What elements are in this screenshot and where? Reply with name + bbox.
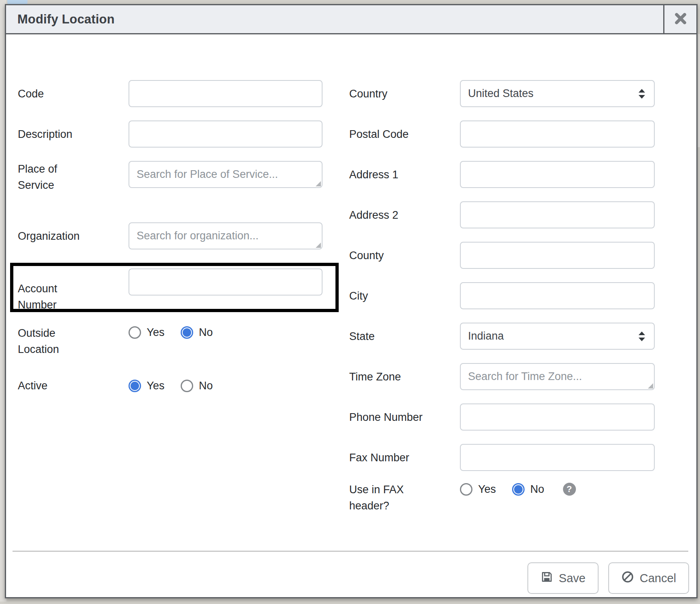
field-row-address-2: Address 2 — [349, 201, 673, 228]
organization-label: Organization — [18, 228, 91, 244]
address-2-input[interactable] — [460, 201, 655, 228]
dialog-header: Modify Location — [6, 5, 696, 34]
field-row-country: Country United States — [349, 80, 673, 107]
field-row-time-zone: Time Zone — [349, 363, 673, 390]
dropdown-corner-icon — [316, 243, 321, 248]
use-in-fax-header-radio-group: Yes No ? — [460, 483, 576, 496]
field-row-code: Code — [18, 80, 337, 107]
time-zone-search-input[interactable] — [460, 363, 655, 390]
form-column-right: Country United States Postal Code — [349, 80, 673, 514]
county-label: County — [349, 247, 434, 264]
help-icon[interactable]: ? — [563, 483, 576, 496]
radio-selected-icon — [181, 326, 193, 339]
cancel-ban-icon — [621, 570, 634, 586]
field-row-account-number-highlighted: Account Number — [10, 263, 339, 312]
country-select[interactable]: United States — [460, 80, 655, 107]
radio-unselected-icon — [129, 326, 141, 339]
address-1-input[interactable] — [460, 161, 655, 188]
close-button[interactable] — [663, 5, 696, 33]
field-row-use-in-fax-header: Use in FAX header? Yes No ? — [349, 482, 673, 514]
state-select[interactable]: Indiana — [460, 323, 655, 350]
radio-no-label: No — [530, 483, 544, 496]
field-row-description: Description — [18, 120, 337, 148]
field-row-phone-number: Phone Number — [349, 403, 673, 431]
active-no-radio[interactable]: No — [181, 380, 213, 392]
active-yes-radio[interactable]: Yes — [129, 380, 164, 392]
radio-unselected-icon — [460, 483, 472, 496]
outside-location-no-radio[interactable]: No — [181, 326, 213, 339]
save-button-label: Save — [559, 572, 586, 585]
field-row-county: County — [349, 242, 673, 269]
dialog-title: Modify Location — [6, 5, 663, 33]
field-row-city: City — [349, 282, 673, 309]
dropdown-corner-icon — [648, 383, 653, 389]
select-caret-icon — [637, 331, 647, 342]
code-label: Code — [18, 86, 91, 102]
dropdown-corner-icon — [316, 181, 321, 186]
city-label: City — [349, 288, 434, 304]
address-2-label: Address 2 — [349, 207, 434, 223]
field-row-address-1: Address 1 — [349, 161, 673, 188]
field-row-active: Active Yes No — [18, 378, 337, 394]
organization-search-input[interactable] — [129, 222, 323, 249]
radio-selected-icon — [129, 380, 141, 392]
close-icon — [674, 12, 687, 27]
outside-location-yes-radio[interactable]: Yes — [129, 326, 164, 339]
footer-divider-top — [13, 551, 688, 552]
dialog-body: Code Description Place of Service Organi… — [6, 34, 696, 604]
save-floppy-icon — [540, 570, 553, 586]
field-row-postal-code: Postal Code — [349, 120, 673, 148]
country-label: Country — [349, 86, 434, 102]
modify-location-dialog: Modify Location Code Description Place — [5, 4, 698, 598]
radio-selected-icon — [512, 483, 525, 496]
field-row-organization: Organization — [18, 222, 337, 249]
cancel-button[interactable]: Cancel — [608, 562, 689, 594]
radio-no-label: No — [199, 380, 213, 392]
field-row-fax-number: Fax Number — [349, 444, 673, 471]
radio-yes-label: Yes — [478, 483, 496, 496]
use-in-fax-header-yes-radio[interactable]: Yes — [460, 483, 496, 496]
use-in-fax-header-no-radio[interactable]: No — [512, 483, 544, 496]
fax-number-input[interactable] — [460, 444, 655, 471]
radio-no-label: No — [199, 326, 213, 339]
field-row-place-of-service: Place of Service — [18, 161, 337, 193]
description-input[interactable] — [129, 120, 323, 148]
county-input[interactable] — [460, 242, 655, 269]
fax-number-label: Fax Number — [349, 450, 434, 466]
select-caret-icon — [637, 88, 647, 99]
use-in-fax-header-label: Use in FAX header? — [349, 482, 434, 514]
phone-number-label: Phone Number — [349, 409, 434, 425]
place-of-service-label: Place of Service — [18, 161, 91, 193]
radio-yes-label: Yes — [147, 326, 164, 339]
radio-unselected-icon — [181, 380, 193, 392]
field-row-outside-location: Outside Location Yes No — [18, 325, 337, 357]
radio-yes-label: Yes — [147, 380, 164, 392]
postal-code-input[interactable] — [460, 120, 655, 148]
outside-location-radio-group: Yes No — [129, 326, 229, 339]
code-input[interactable] — [129, 80, 323, 107]
save-button[interactable]: Save — [527, 562, 599, 594]
time-zone-label: Time Zone — [349, 369, 434, 385]
active-radio-group: Yes No — [129, 380, 229, 392]
phone-number-input[interactable] — [460, 403, 655, 431]
form-column-left: Code Description Place of Service Organi… — [18, 80, 337, 394]
state-label: State — [349, 328, 434, 344]
footer-buttons: Save Cancel — [527, 562, 689, 594]
field-row-state: State Indiana — [349, 323, 673, 350]
account-number-input[interactable] — [129, 268, 323, 296]
city-input[interactable] — [460, 282, 655, 309]
outside-location-label: Outside Location — [18, 325, 91, 357]
postal-code-label: Postal Code — [349, 126, 434, 142]
description-label: Description — [18, 126, 91, 142]
active-label: Active — [18, 378, 91, 394]
cancel-button-label: Cancel — [640, 572, 676, 585]
place-of-service-search-input[interactable] — [129, 161, 323, 188]
state-selected-value: Indiana — [468, 330, 504, 342]
country-selected-value: United States — [468, 87, 533, 100]
account-number-label: Account Number — [18, 268, 91, 313]
address-1-label: Address 1 — [349, 167, 434, 183]
